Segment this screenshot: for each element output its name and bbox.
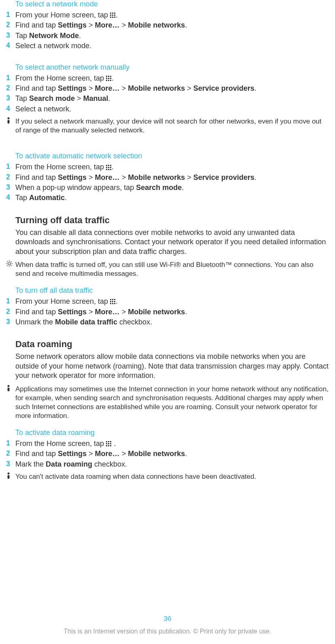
bold-text: Service providers: [193, 84, 254, 92]
bold-text: More…: [95, 308, 120, 316]
svg-rect-14: [110, 78, 111, 79]
bold-text: Mobile networks: [128, 84, 185, 92]
text: From the Home screen, tap: [15, 439, 106, 448]
svg-line-37: [11, 261, 12, 262]
svg-rect-46: [114, 303, 115, 304]
bold-text: Mobile networks: [128, 450, 185, 458]
text: From your Home screen, tap: [15, 297, 110, 305]
warning-icon: [6, 117, 15, 135]
text: Find and tap: [15, 308, 58, 316]
text: Find and tap: [15, 84, 58, 92]
step-text: Tap Automatic.: [15, 193, 329, 203]
step-row: 3 Tap Search mode > Manual.: [6, 94, 329, 103]
step-text: Select a network mode.: [15, 41, 329, 51]
svg-point-47: [8, 385, 10, 387]
text: .: [254, 173, 257, 181]
paragraph: You can disable all data connections ove…: [15, 228, 329, 256]
svg-rect-20: [106, 165, 107, 166]
svg-rect-55: [106, 445, 107, 446]
bold-text: Mobile networks: [128, 308, 185, 316]
step-row: 2 Find and tap Settings > More… > Mobile…: [6, 173, 329, 182]
text: .: [112, 163, 114, 171]
text: Mark the: [15, 460, 46, 468]
note-text: When data traffic is turned off, you can…: [15, 260, 329, 278]
svg-rect-4: [112, 15, 113, 16]
text: .: [185, 21, 187, 29]
bold-text: More…: [95, 173, 120, 181]
text: >: [185, 84, 193, 92]
step-text: Find and tap Settings > More… > Mobile n…: [15, 307, 329, 317]
bold-text: Settings: [58, 308, 87, 316]
svg-rect-41: [110, 301, 111, 302]
text: .: [112, 74, 114, 82]
text: .: [254, 84, 257, 92]
svg-rect-53: [108, 443, 109, 444]
heading: Data roaming: [15, 339, 329, 350]
warning-note: If you select a network manually, your d…: [6, 117, 329, 135]
text: Tap: [15, 94, 29, 102]
text: >: [75, 94, 83, 102]
step-text: Unmark the Mobile data traffic checkbox.: [15, 318, 329, 327]
tip-note: When data traffic is turned off, you can…: [6, 260, 329, 278]
step-row: 1 From your Home screen, tap .: [6, 297, 329, 306]
step-row: 1 From the Home screen, tap .: [6, 74, 329, 83]
step-number: 3: [6, 318, 15, 327]
step-number: 2: [6, 449, 15, 458]
step-number: 3: [6, 94, 15, 103]
svg-rect-13: [108, 78, 109, 79]
svg-rect-27: [108, 169, 109, 170]
svg-rect-25: [110, 167, 111, 168]
text: Find and tap: [15, 173, 58, 181]
svg-rect-23: [106, 167, 107, 168]
warning-icon: [6, 472, 15, 481]
bold-text: More…: [95, 21, 120, 29]
svg-rect-44: [110, 303, 111, 304]
text: .: [116, 297, 118, 305]
step-row: 1 From your Home screen, tap .: [6, 11, 329, 20]
svg-point-18: [8, 117, 10, 119]
step-number: 1: [6, 297, 15, 306]
svg-point-58: [8, 473, 10, 475]
section-title: To activate data roaming: [15, 429, 329, 437]
apps-grid-icon: [106, 165, 112, 171]
step-number: 1: [6, 74, 15, 83]
svg-rect-9: [106, 76, 107, 77]
note-text: You can't activate data roaming when dat…: [15, 472, 329, 481]
step-text: From the Home screen, tap .: [15, 439, 329, 448]
step-row: 3 Unmark the Mobile data traffic checkbo…: [6, 318, 329, 327]
text: Unmark the: [15, 318, 55, 326]
text: .: [185, 450, 187, 458]
warning-icon: [6, 385, 15, 420]
warning-note: You can't activate data roaming when dat…: [6, 472, 329, 481]
text: From the Home screen, tap: [15, 74, 106, 82]
text: .: [79, 32, 81, 40]
step-number: 4: [6, 104, 15, 114]
svg-rect-40: [114, 299, 115, 300]
text: >: [120, 21, 128, 29]
step-row: 1 From the Home screen, tap .: [6, 439, 329, 448]
bold-text: Mobile networks: [128, 21, 185, 29]
svg-rect-59: [8, 475, 10, 479]
step-row: 2 Find and tap Settings > More… > Mobile…: [6, 449, 329, 458]
step-number: 1: [6, 11, 15, 20]
apps-grid-icon: [110, 299, 116, 305]
step-text: From your Home screen, tap .: [15, 11, 329, 20]
text: Tap: [15, 194, 29, 202]
text: Find and tap: [15, 450, 58, 458]
step-row: 3 When a pop-up window appears, tap Sear…: [6, 183, 329, 192]
text: checkbox.: [92, 460, 127, 468]
text: Find and tap: [15, 21, 58, 29]
svg-rect-22: [110, 165, 111, 166]
text: >: [87, 450, 95, 458]
apps-grid-icon: [106, 76, 112, 81]
text: .: [182, 183, 184, 192]
text: .: [116, 11, 118, 19]
text: .: [112, 439, 116, 448]
step-number: 2: [6, 84, 15, 93]
step-number: 1: [6, 162, 15, 172]
svg-rect-45: [112, 303, 113, 304]
step-row: 1 From the Home screen, tap .: [6, 162, 329, 172]
svg-rect-17: [110, 80, 111, 81]
step-number: 3: [6, 31, 15, 41]
text: .: [108, 94, 110, 102]
